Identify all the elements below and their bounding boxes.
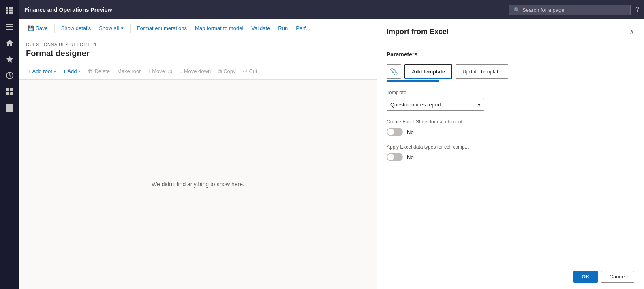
perf-button[interactable]: Perf... bbox=[293, 24, 313, 33]
apply-types-value: No bbox=[407, 154, 414, 160]
apply-types-toggle[interactable] bbox=[387, 153, 403, 161]
tab-indicator bbox=[387, 80, 439, 82]
template-select-wrapper[interactable]: Questionnaires report bbox=[387, 98, 484, 111]
attach-button[interactable]: 📎 bbox=[387, 64, 401, 79]
add-template-button[interactable]: Add template bbox=[404, 64, 452, 79]
map-format-button[interactable]: Map format to model bbox=[192, 24, 246, 33]
empty-message: We didn't find anything to show here. bbox=[152, 181, 244, 188]
add-template-label: Add template bbox=[412, 69, 445, 75]
delete-label: Delete bbox=[94, 68, 110, 74]
show-details-button[interactable]: Show details bbox=[58, 24, 94, 33]
move-up-icon: ↑ bbox=[148, 68, 151, 74]
run-button[interactable]: Run bbox=[275, 24, 291, 33]
create-sheet-label: Create Excel Sheet format element bbox=[387, 119, 634, 125]
template-select[interactable]: Questionnaires report bbox=[387, 98, 484, 111]
move-down-button[interactable]: ↓ Move down bbox=[176, 67, 214, 76]
update-template-label: Update template bbox=[462, 69, 501, 75]
search-box[interactable]: 🔍 Search for a page bbox=[509, 5, 631, 15]
right-panel: Import from Excel ∧ Parameters 📎 Add tem… bbox=[377, 19, 644, 289]
format-enumerations-label: Format enumerations bbox=[137, 25, 187, 31]
add-root-label: Add root bbox=[32, 68, 52, 74]
apply-types-toggle-row: No bbox=[387, 153, 634, 161]
ok-button[interactable]: OK bbox=[573, 271, 598, 283]
save-button[interactable]: 💾 Save bbox=[24, 24, 51, 33]
ok-label: OK bbox=[582, 274, 590, 280]
run-label: Run bbox=[278, 25, 288, 31]
map-format-label: Map format to model bbox=[195, 25, 243, 31]
svg-rect-13 bbox=[6, 88, 9, 91]
svg-rect-7 bbox=[9, 12, 11, 14]
add-root-chevron: ▾ bbox=[54, 69, 56, 73]
show-all-button[interactable]: Show all ▾ bbox=[96, 24, 126, 33]
make-root-button[interactable]: Make root bbox=[114, 67, 144, 76]
nav-recent-icon[interactable] bbox=[2, 68, 17, 83]
create-sheet-toggle-row: No bbox=[387, 128, 634, 136]
main-wrapper: Finance and Operations Preview 🔍 Search … bbox=[19, 0, 644, 289]
copy-label: Copy bbox=[223, 68, 235, 74]
apply-types-label: Apply Excel data types for cell comp... bbox=[387, 144, 634, 150]
help-icon[interactable]: ? bbox=[635, 6, 639, 13]
app-title: Finance and Operations Preview bbox=[24, 6, 504, 13]
toolbar-divider-2 bbox=[130, 24, 131, 33]
save-icon: 💾 bbox=[28, 25, 34, 31]
template-label: Template bbox=[387, 90, 634, 95]
top-bar: Finance and Operations Preview 🔍 Search … bbox=[19, 0, 644, 19]
cut-label: Cut bbox=[249, 68, 257, 74]
parameters-section-title: Parameters bbox=[387, 51, 634, 58]
panel-footer: OK Cancel bbox=[377, 264, 644, 289]
template-field-group: Template Questionnaires report bbox=[387, 90, 634, 111]
page-title: Format designer bbox=[26, 49, 370, 58]
designer-area: 💾 Save Show details Show all ▾ Format en… bbox=[19, 19, 377, 289]
nav-home-icon[interactable] bbox=[2, 36, 17, 50]
show-details-label: Show details bbox=[61, 25, 91, 31]
svg-rect-0 bbox=[6, 7, 8, 9]
copy-button[interactable]: ⧉ Copy bbox=[215, 67, 239, 76]
update-template-button[interactable]: Update template bbox=[456, 64, 508, 79]
save-label: Save bbox=[36, 25, 48, 31]
add-root-button[interactable]: + Add root ▾ bbox=[24, 67, 59, 76]
perf-label: Perf... bbox=[296, 25, 310, 31]
move-down-label: Move down bbox=[184, 68, 211, 74]
svg-rect-14 bbox=[10, 88, 13, 91]
svg-rect-6 bbox=[6, 12, 8, 14]
create-sheet-value: No bbox=[407, 129, 414, 135]
cut-button[interactable]: ✂ Cut bbox=[240, 67, 260, 76]
create-sheet-toggle[interactable] bbox=[387, 128, 403, 136]
designer-empty: We didn't find anything to show here. bbox=[19, 80, 377, 289]
svg-rect-17 bbox=[6, 104, 13, 106]
cut-icon: ✂ bbox=[243, 68, 247, 74]
nav-favorites-icon[interactable] bbox=[2, 52, 17, 67]
move-up-label: Move up bbox=[152, 68, 172, 74]
template-buttons: 📎 Add template Update template bbox=[387, 64, 634, 79]
move-down-icon: ↓ bbox=[180, 68, 182, 74]
make-root-label: Make root bbox=[117, 68, 141, 74]
move-up-button[interactable]: ↑ Move up bbox=[145, 67, 175, 76]
format-enumerations-button[interactable]: Format enumerations bbox=[134, 24, 190, 33]
add-button[interactable]: + Add ▾ bbox=[60, 67, 84, 76]
svg-rect-9 bbox=[6, 24, 13, 25]
add-chevron: ▾ bbox=[78, 69, 80, 73]
panel-collapse-button[interactable]: ∧ bbox=[629, 28, 634, 36]
validate-button[interactable]: Validate bbox=[248, 24, 273, 33]
cancel-button[interactable]: Cancel bbox=[601, 271, 634, 283]
search-placeholder: Search for a page bbox=[522, 7, 564, 13]
create-sheet-group: Create Excel Sheet format element No bbox=[387, 119, 634, 136]
svg-rect-2 bbox=[11, 7, 13, 9]
svg-rect-15 bbox=[6, 92, 9, 95]
show-all-chevron: ▾ bbox=[121, 25, 124, 31]
validate-label: Validate bbox=[251, 25, 270, 31]
panel-title: Import from Excel bbox=[387, 28, 449, 36]
nav-waffle-icon[interactable] bbox=[2, 3, 17, 18]
svg-rect-3 bbox=[6, 10, 8, 12]
show-all-label: Show all bbox=[99, 25, 119, 31]
attach-icon: 📎 bbox=[390, 68, 398, 75]
add-root-icon: + bbox=[28, 68, 31, 74]
svg-rect-18 bbox=[6, 106, 13, 108]
delete-button[interactable]: 🗑 Delete bbox=[84, 67, 113, 76]
nav-workspace-icon[interactable] bbox=[2, 84, 17, 99]
nav-hamburger-icon[interactable] bbox=[2, 19, 17, 34]
add-label: + Add bbox=[63, 68, 77, 74]
content-row: 💾 Save Show details Show all ▾ Format en… bbox=[19, 19, 644, 289]
nav-modules-icon[interactable] bbox=[2, 101, 17, 115]
designer-toolbar: + Add root ▾ + Add ▾ 🗑 Delete Make root … bbox=[19, 63, 377, 80]
